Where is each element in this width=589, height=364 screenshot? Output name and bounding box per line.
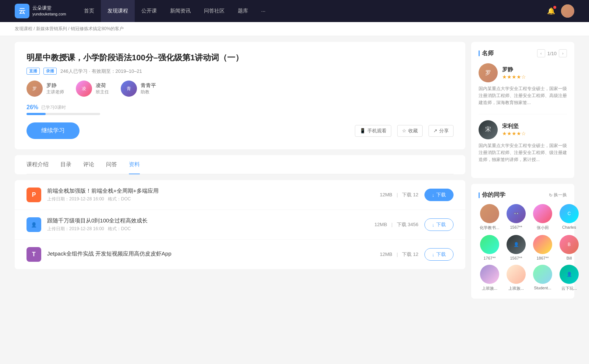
classmate-item-8[interactable]: B Bill xyxy=(558,235,580,260)
classmate-name-5: 1767** xyxy=(479,256,501,260)
breadcrumb: 发现课程 / 新媒体营销系列 / 销冠修炼术搞定80%的客户 xyxy=(0,22,589,36)
file-icon-2: 👤 xyxy=(27,217,41,232)
teacher-name-1: 罗静 xyxy=(46,82,64,89)
teacher-panel-avatar-2: 宋 xyxy=(479,120,498,139)
file-stats-3: 12MB | 下载 12 xyxy=(380,251,419,258)
course-tabs: 课程介绍 目录 评论 问答 资料 xyxy=(27,155,454,174)
tab-review[interactable]: 评论 xyxy=(83,155,94,174)
teacher-panel-header-2: 宋 宋利坚 ★★★★☆ xyxy=(479,120,567,139)
teacher-panel-item-1: 罗 罗静 ★★★★☆ 国内某重点大学安全工程专业硕士，国家一级注册消防工程师、注… xyxy=(479,63,567,107)
classmate-name-12: 云下玩... xyxy=(558,286,580,291)
teacher-panel-header-1: 罗 罗静 ★★★★☆ xyxy=(479,63,567,82)
classmate-name-2: 1567** xyxy=(505,225,527,229)
teacher-name-2: 凌荷 xyxy=(96,82,109,89)
classmate-item-2[interactable]: 👓 1567** xyxy=(505,204,527,231)
breadcrumb-item-discover[interactable]: 发现课程 xyxy=(15,26,32,31)
teacher-avatar-3: 青 xyxy=(121,81,137,97)
teacher-panel-desc-2: 国内某重点大学安全工程专业硕士，国家一级注册消防工程师、注册安全工程师、级注册建… xyxy=(479,142,567,164)
download-button-2[interactable]: ↓ 下载 xyxy=(424,218,454,231)
file-meta-1: 上传日期：2019-12-28 16:00 格式：DOC xyxy=(47,196,374,202)
classmate-item-10[interactable]: 上班族... xyxy=(505,265,527,291)
download-button-3[interactable]: ↓ 下载 xyxy=(424,248,454,261)
logo[interactable]: 云 云朵课堂yundouketang.com xyxy=(15,4,66,18)
classmate-item-11[interactable]: Student... xyxy=(532,265,554,291)
bell-icon[interactable]: 🔔 xyxy=(547,7,555,15)
logo-icon: 云 xyxy=(15,4,29,18)
teacher-avatar-2: 凌 xyxy=(76,81,92,97)
classmates-panel: 你的同学 ↻ 换一换 化学教书... 👓 1567** 张小田 xyxy=(471,184,574,299)
breadcrumb-item-series[interactable]: 新媒体营销系列 xyxy=(36,26,67,31)
teacher-info-3: 青青平 助教 xyxy=(141,82,156,95)
tab-catalog[interactable]: 目录 xyxy=(60,155,71,174)
file-stats-2: 12MB | 下载 3456 xyxy=(374,221,418,228)
classmate-name-3: 张小田 xyxy=(532,225,554,231)
nav-item-home[interactable]: 首页 xyxy=(77,0,101,22)
classmate-avatar-2: 👓 xyxy=(507,204,526,223)
progress-percent: 26% xyxy=(27,104,38,111)
teachers-panel-header: 名师 ‹ 1/10 › xyxy=(479,49,567,57)
classmate-item-4[interactable]: C Charles xyxy=(558,204,580,231)
classmate-item-1[interactable]: 化学教书... xyxy=(479,204,501,231)
nav-item-open[interactable]: 公开课 xyxy=(135,0,163,22)
tab-intro[interactable]: 课程介绍 xyxy=(27,155,49,174)
file-info-1: 前端全栈加强版！前端全栈+全周期+多端应用 上传日期：2019-12-28 16… xyxy=(47,188,374,202)
collect-icon: ☆ xyxy=(402,128,406,133)
breadcrumb-item-current: 销冠修炼术搞定80%的客户 xyxy=(71,26,124,31)
teacher-item-1: 罗 罗静 主讲老师 xyxy=(27,81,64,97)
teacher-panel-name-2: 宋利坚 xyxy=(502,123,526,130)
download-button-1[interactable]: ↓ 下载 xyxy=(424,189,454,201)
continue-button[interactable]: 继续学习 xyxy=(27,122,80,139)
teacher-panel-item-2: 宋 宋利坚 ★★★★☆ 国内某重点大学安全工程专业硕士，国家一级注册消防工程师、… xyxy=(479,114,567,164)
classmate-item-9[interactable]: 上班族... xyxy=(479,265,501,291)
badge-record: 录播 xyxy=(43,68,57,75)
classmate-item-7[interactable]: 1867** xyxy=(532,235,554,260)
user-avatar[interactable] xyxy=(561,4,574,18)
classmate-avatar-4: C xyxy=(560,204,579,223)
collect-button[interactable]: ☆ 收藏 xyxy=(397,125,423,137)
share-button[interactable]: ↗ 分享 xyxy=(428,125,454,137)
teacher-role-1: 主讲老师 xyxy=(46,89,64,95)
nav-item-quiz[interactable]: 题库 xyxy=(231,0,255,22)
teacher-item-2: 凌 凌荷 班主任 xyxy=(76,81,109,97)
classmate-item-3[interactable]: 张小田 xyxy=(532,204,554,231)
teachers-page: 1/10 xyxy=(547,51,557,56)
classmate-name-4: Charles xyxy=(558,225,580,229)
refresh-icon: ↻ xyxy=(549,193,553,198)
teachers-panel-nav: ‹ 1/10 › xyxy=(537,49,567,57)
mobile-icon: 📱 xyxy=(360,128,366,133)
tab-materials[interactable]: 资料 xyxy=(129,155,140,174)
share-icon: ↗ xyxy=(433,128,437,133)
classmates-refresh-button[interactable]: ↻ 换一换 xyxy=(549,192,567,198)
nav-item-discover[interactable]: 发现课程 xyxy=(101,0,135,22)
progress-text: 已学习0课时 xyxy=(41,104,66,111)
classmate-item-5[interactable]: 1767** xyxy=(479,235,501,260)
mobile-label: 手机观看 xyxy=(367,128,387,134)
teacher-role-2: 班主任 xyxy=(96,89,109,95)
download-label-2: 下载 xyxy=(436,221,446,228)
main-layout: 明星中教授课，小学阶段语法100分–强化级第1讲动词（一） 直播 录播 246人… xyxy=(0,36,589,304)
teachers-list: 罗 罗静 主讲老师 凌 凌荷 班主任 青 青青平 xyxy=(27,81,454,97)
logo-text: 云朵课堂yundouketang.com xyxy=(32,5,66,17)
classmate-item-6[interactable]: 👤 1567** xyxy=(505,235,527,260)
teacher-info-1: 罗静 主讲老师 xyxy=(46,82,64,95)
classmate-avatar-9 xyxy=(480,265,499,284)
teachers-next-button[interactable]: › xyxy=(559,49,567,57)
nav-item-news[interactable]: 新闻资讯 xyxy=(163,0,197,22)
teacher-panel-stars-1: ★★★★☆ xyxy=(502,74,526,80)
collect-label: 收藏 xyxy=(408,128,418,134)
actions-row: 继续学习 📱 手机观看 ☆ 收藏 ↗ 分享 xyxy=(27,122,454,139)
classmate-item-12[interactable]: 👤 云下玩... xyxy=(558,265,580,291)
mobile-watch-button[interactable]: 📱 手机观看 xyxy=(355,125,391,137)
nav-item-more[interactable]: ··· xyxy=(255,0,272,22)
file-meta-2: 上传日期：2019-12-28 16:00 格式：DOC xyxy=(47,226,368,232)
tab-qa[interactable]: 问答 xyxy=(106,155,117,174)
file-name-2: 跟随千万级项目从0到100全过程高效成长 xyxy=(47,217,368,224)
nav-item-qa[interactable]: 问答社区 xyxy=(197,0,231,22)
files-section: P 前端全栈加强版！前端全栈+全周期+多端应用 上传日期：2019-12-28 … xyxy=(15,180,465,269)
classmate-avatar-5 xyxy=(480,235,499,254)
teachers-prev-button[interactable]: ‹ xyxy=(537,49,545,57)
file-item-3: T Jetpack全组件实战 开发短视频应用高仿皮皮虾App 12MB | 下载… xyxy=(15,240,465,269)
download-label-1: 下载 xyxy=(436,192,446,198)
notification-dot xyxy=(553,6,556,9)
progress-bar-bg xyxy=(27,113,100,115)
